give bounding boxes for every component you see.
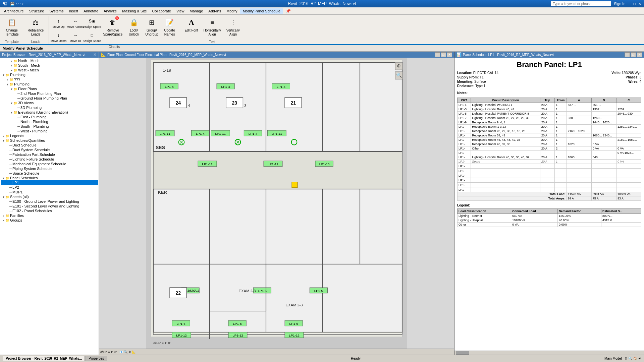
- schedule-row-14[interactable]: LP1-: [458, 164, 641, 169]
- schedule-row-12[interactable]: LP1-Lighting - Hospital Room 40, 38, 36,…: [458, 155, 641, 160]
- project-browser-tree[interactable]: ▸📁North - Mech▸📁South - Mech▸📁West - Mec…: [0, 58, 99, 355]
- schedule-row-10[interactable]: LP1-Other20 A20 VA0 VA: [458, 146, 641, 151]
- floor-plan-minimize[interactable]: ─: [435, 52, 440, 57]
- tree-item-schedules[interactable]: ▾📁Schedules/Quantities: [1, 138, 98, 143]
- tree-item-e101[interactable]: ─E101 - Second Level Power and Lighting: [1, 204, 98, 208]
- move-across-button[interactable]: ↔ Move Across: [67, 16, 83, 30]
- tree-item-3d-plumbing[interactable]: ─3D Plumbing: [1, 105, 98, 110]
- edit-font-button[interactable]: A Edit Font: [182, 16, 201, 34]
- menu-analyze[interactable]: Analyze: [101, 8, 119, 14]
- schedule-row-6[interactable]: LP1-Receptacle Room 28, 29, 30, 16, 18, …: [458, 129, 641, 133]
- floor-plan-content[interactable]: EXAM 1-4 EXAM 1-3 EXAM 1- 24 23 21 LP1-4…: [99, 58, 454, 349]
- schedule-row-17[interactable]: LP1-: [458, 178, 641, 183]
- panel-schedule-content[interactable]: Branch Panel: LP1 Location: ELECTRICAL 1…: [454, 58, 644, 351]
- floor-plan-close[interactable]: ✕: [447, 52, 452, 57]
- tree-item-south-plumbing[interactable]: ─South - Plumbing: [1, 124, 98, 129]
- tree-item-north-plumbing[interactable]: ─North - Plumbing: [1, 119, 98, 124]
- tree-item-families[interactable]: ▸📁Families: [1, 213, 98, 218]
- move-to-button[interactable]: → Move To: [67, 30, 83, 44]
- tree-item-fabrication-part[interactable]: ─Fabrication Part Schedule: [1, 152, 98, 157]
- project-browser-close[interactable]: ✕: [93, 52, 97, 57]
- schedule-row-3[interactable]: LP1-7Lighting - Hospital Room 26, 27, 28…: [458, 116, 641, 120]
- tree-item-legends[interactable]: ▸📁Legends: [1, 133, 98, 138]
- menu-pin[interactable]: 📌: [286, 9, 291, 13]
- tree-item-mechanical-equipment[interactable]: ─Mechanical Equipment Schedule: [1, 162, 98, 166]
- menu-collaborate[interactable]: Collaborate: [150, 8, 174, 14]
- schedule-row-8[interactable]: LP1-Receptacle Room 46, 44, 43, 42, 3620…: [458, 138, 641, 142]
- quick-access-undo[interactable]: ↩: [16, 2, 19, 6]
- menu-insert[interactable]: Insert: [66, 8, 81, 14]
- menu-structure[interactable]: Structure: [26, 8, 47, 14]
- lock-unlock-button[interactable]: 🔒 Lock/Unlock: [125, 16, 142, 38]
- tree-item-north-mech[interactable]: ▸📁North - Mech: [1, 58, 98, 63]
- schedule-row-19[interactable]: LP1-: [458, 187, 641, 192]
- move-down-button[interactable]: ↓ Move Down: [50, 30, 66, 44]
- status-tab-properties[interactable]: Properties: [86, 356, 107, 361]
- status-tab-browser[interactable]: Project Browser - Revit_2016_R2_MEP_What…: [3, 356, 85, 361]
- quick-access-redo[interactable]: ↪: [20, 2, 23, 6]
- sign-in-button[interactable]: Sign In: [614, 2, 625, 6]
- panel-schedule-close[interactable]: ✕: [637, 52, 642, 57]
- tree-item-west-mech[interactable]: ▸📁West - Mech: [1, 68, 98, 72]
- schedule-row-2[interactable]: LP1-5Lighting - Hospital PATIENT CORRIDO…: [458, 112, 641, 116]
- schedule-row-7[interactable]: LP1-Receptacle Room 54, 4920 A11080... 2…: [458, 133, 641, 138]
- tree-item-3d-views[interactable]: ▾📁3D Views: [1, 101, 98, 105]
- tree-item-south-mech[interactable]: ▸📁South - Mech: [1, 63, 98, 68]
- menu-addins[interactable]: Add-Ins: [206, 8, 224, 14]
- tree-item-panel-schedules[interactable]: ▾📁Panel Schedules: [1, 176, 98, 180]
- minimize-btn[interactable]: ─: [628, 2, 631, 6]
- panel-schedule-scrollbar[interactable]: [454, 351, 644, 355]
- tree-item-duct-system-schedule[interactable]: ─Duct System Schedule: [1, 147, 98, 152]
- search-input[interactable]: [551, 1, 611, 6]
- schedule-row-15[interactable]: LP1-: [458, 169, 641, 173]
- schedule-row-4[interactable]: LP1-9Receptacle Room 9, 4, 120 A11440...…: [458, 120, 641, 125]
- change-template-button[interactable]: 📋 ChangeTemplate: [3, 16, 21, 38]
- panel-schedule-minimize[interactable]: ─: [625, 52, 630, 57]
- tree-item-mdp1[interactable]: ─MDP1: [1, 190, 98, 194]
- schedule-row-5[interactable]: LP1-Receptacle EXAM 1-3 2320 A11260... 2…: [458, 125, 641, 129]
- tree-item-space-schedule[interactable]: ─Space Schedule: [1, 171, 98, 176]
- schedule-row-16[interactable]: LP1-: [458, 173, 641, 178]
- move-up-button[interactable]: ↑ Move Up: [50, 16, 66, 30]
- schedule-row-18[interactable]: LP1-: [458, 183, 641, 187]
- close-btn[interactable]: ✕: [638, 2, 641, 6]
- menu-architecture[interactable]: Architecture: [1, 8, 26, 14]
- tree-item-plumbing2[interactable]: ▾📁Plumbing: [1, 82, 98, 86]
- menu-annotate[interactable]: Annotate: [81, 8, 101, 14]
- horizontally-align-button[interactable]: ≡ HorizontallyAlign: [201, 16, 223, 38]
- tree-item-elevations[interactable]: ▾📁Elevations (Building Elevation): [1, 110, 98, 115]
- maximize-btn[interactable]: □: [633, 2, 636, 6]
- assign-space-button[interactable]: □ Assign Space: [84, 30, 100, 44]
- tree-item-ground-floor-plumbing[interactable]: ─Ground Floor Plumbing Plan: [1, 96, 98, 101]
- tree-item-duct-schedule[interactable]: ─Duct Schedule: [1, 143, 98, 147]
- tree-item-piping-system[interactable]: ─Piping System Schedule: [1, 166, 98, 171]
- quick-access-save[interactable]: 💾: [10, 2, 15, 6]
- menu-view[interactable]: View: [174, 8, 187, 14]
- tree-item-2nd-floor-plumbing[interactable]: ─2nd Floor Plumbing Plan: [1, 91, 98, 96]
- schedule-row-9[interactable]: LP1-Receptacle Room 40, 39, 3520 A11620.…: [458, 142, 641, 146]
- tree-item-floor-plans[interactable]: ▾📁Floor Plans: [1, 86, 98, 91]
- schedule-row-11[interactable]: LP1---0 VA 1023...: [458, 151, 641, 155]
- group-ungroup-button[interactable]: ⊞ Group/Ungroup: [143, 16, 160, 38]
- tree-item-plumbing[interactable]: ▾📁Plumbing: [1, 72, 98, 77]
- tree-item-lp2[interactable]: ─LP2: [1, 185, 98, 190]
- menu-modify-panel-schedule[interactable]: Modify Panel Schedule: [240, 8, 283, 14]
- tree-item-e100[interactable]: ─E100 - Ground Level Power and Lighting: [1, 199, 98, 204]
- floor-plan-maximize[interactable]: □: [441, 52, 446, 57]
- tree-item-e102[interactable]: ─E102 - Panel Schedules: [1, 208, 98, 213]
- tree-item-groups[interactable]: ▸📁Groups: [1, 218, 98, 223]
- panel-schedule-maximize[interactable]: □: [631, 52, 636, 57]
- update-names-button[interactable]: 📝 UpdateNames: [161, 16, 178, 38]
- remove-spare-space-button[interactable]: 🗑 ✕ RemoveSpare/Space: [101, 16, 125, 38]
- schedule-row-1[interactable]: LP1-3Lighting - Hospital Room 48, 4420 A…: [458, 107, 641, 112]
- tree-item-lp1[interactable]: ─LP1: [1, 180, 98, 185]
- vertically-align-button[interactable]: ⋮ VerticallyAlign: [224, 16, 242, 38]
- menu-massing[interactable]: Massing & Site: [119, 8, 149, 14]
- tree-item-lighting-fixture[interactable]: ─Lighting Fixture Schedule: [1, 157, 98, 162]
- schedule-row-0[interactable]: LP1-1Lighting - Hospital WAITING 120 A18…: [458, 103, 641, 107]
- menu-manage[interactable]: Manage: [187, 8, 206, 14]
- menu-modify[interactable]: Modify: [224, 8, 240, 14]
- assign-spare-button[interactable]: S▣ Assign Spare: [84, 16, 100, 30]
- tree-item-west-plumbing[interactable]: ─West - Plumbing: [1, 129, 98, 133]
- rebalance-loads-button[interactable]: ⚖ RebalanceLoads: [25, 16, 46, 38]
